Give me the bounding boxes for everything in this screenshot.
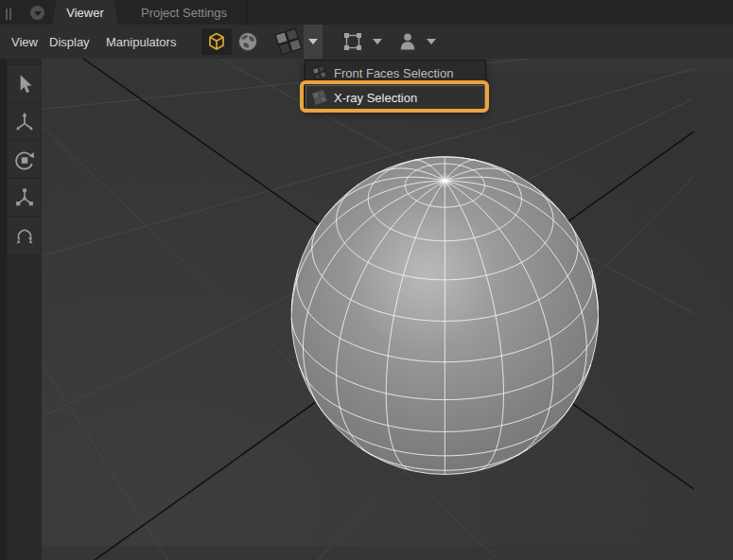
menu-item-label: X-ray Selection: [334, 91, 417, 105]
menu-item-x-ray-selection[interactable]: X-ray Selection: [305, 85, 485, 110]
environment-view-button[interactable]: [234, 28, 262, 55]
xray-icon: [312, 90, 327, 105]
cube-icon: [205, 30, 228, 53]
selection-mode-menu: Front Faces Selection X-ray Selection: [305, 60, 486, 111]
shaded-view-button[interactable]: [201, 28, 232, 55]
rotate-tool[interactable]: [8, 140, 41, 178]
front-faces-icon: [312, 65, 327, 80]
selection-mode-dropdown-button[interactable]: [304, 25, 323, 59]
translate-tool[interactable]: [8, 102, 41, 140]
dropdown-arrow-icon: [308, 39, 318, 44]
selection-mode-button[interactable]: [272, 27, 305, 56]
menu-item-front-faces-selection[interactable]: Front Faces Selection: [305, 61, 485, 85]
globe-icon: [236, 30, 259, 53]
tab-project-settings[interactable]: Project Settings: [121, 0, 248, 25]
viewport-3d[interactable]: [42, 59, 733, 560]
dropdown-arrow-icon: [427, 39, 436, 44]
tool-sidebar: [0, 59, 42, 560]
toolbar: View Display Manipulators: [0, 25, 733, 59]
scale-icon: [12, 185, 37, 210]
panel-menu-button[interactable]: [30, 6, 44, 20]
marquee-dropdown-button[interactable]: [369, 25, 386, 59]
chevron-down-icon: [34, 11, 42, 16]
cursor-icon: [12, 72, 37, 96]
viewport-canvas: [42, 59, 733, 560]
tab-bar: Viewer Project Settings: [0, 0, 733, 26]
marquee-icon: [341, 30, 364, 53]
scale-tool[interactable]: [8, 178, 41, 216]
backfaces-icon: [274, 27, 303, 56]
menu-view[interactable]: View: [11, 25, 38, 59]
select-tool[interactable]: [8, 64, 41, 102]
person-icon: [396, 30, 419, 53]
menu-item-label: Front Faces Selection: [334, 66, 453, 80]
dropdown-arrow-icon: [373, 39, 382, 44]
rotate-icon: [12, 148, 37, 172]
menu-display[interactable]: Display: [49, 25, 90, 59]
camera-dropdown-button[interactable]: [423, 25, 440, 59]
orbit-tool[interactable]: [8, 216, 41, 254]
panel-drag-handle[interactable]: [6, 7, 13, 18]
camera-user-button[interactable]: [393, 28, 422, 55]
sidebar-edge: [0, 59, 7, 560]
orbit-icon: [12, 223, 37, 248]
marquee-select-button[interactable]: [339, 28, 367, 55]
menu-manipulators[interactable]: Manipulators: [106, 25, 176, 59]
translate-icon: [12, 110, 37, 134]
application-window: { "tabbar": { "tabs": [ {"label": "Viewe…: [0, 0, 733, 560]
tab-viewer[interactable]: Viewer: [52, 0, 118, 25]
